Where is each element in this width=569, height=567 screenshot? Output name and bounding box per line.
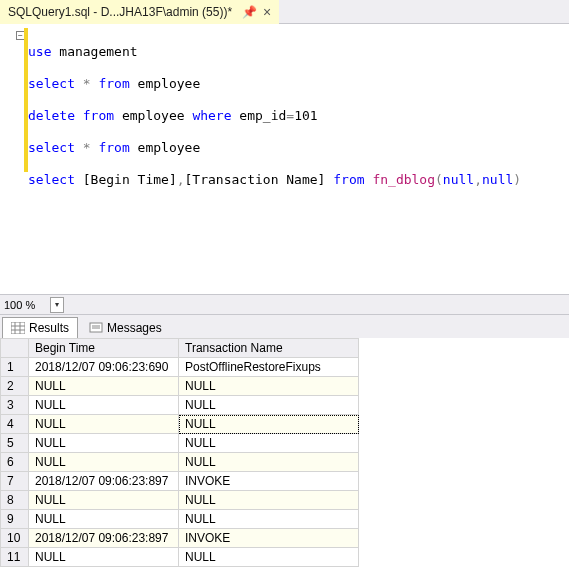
row-number[interactable]: 4 — [1, 415, 29, 434]
table-row[interactable]: 3NULLNULL — [1, 396, 359, 415]
cell-begin-time[interactable]: NULL — [29, 491, 179, 510]
grid-icon — [11, 322, 25, 334]
cell-transaction-name[interactable]: NULL — [179, 453, 359, 472]
cell-begin-time[interactable]: NULL — [29, 434, 179, 453]
row-number[interactable]: 6 — [1, 453, 29, 472]
row-header-corner[interactable] — [1, 339, 29, 358]
table-row[interactable]: 72018/12/07 09:06:23:897INVOKE — [1, 472, 359, 491]
cell-transaction-name[interactable]: NULL — [179, 415, 359, 434]
table-row[interactable]: 102018/12/07 09:06:23:897INVOKE — [1, 529, 359, 548]
cell-begin-time[interactable]: 2018/12/07 09:06:23:690 — [29, 358, 179, 377]
table-row[interactable]: 4NULLNULL — [1, 415, 359, 434]
pin-icon[interactable]: 📌 — [242, 5, 257, 19]
zoom-dropdown[interactable]: ▾ — [50, 297, 64, 313]
editor-gutter: − — [0, 28, 26, 290]
cell-begin-time[interactable]: 2018/12/07 09:06:23:897 — [29, 472, 179, 491]
cell-transaction-name[interactable]: NULL — [179, 396, 359, 415]
table-row[interactable]: 11NULLNULL — [1, 548, 359, 567]
cell-transaction-name[interactable]: NULL — [179, 377, 359, 396]
results-grid[interactable]: Begin Time Transaction Name 12018/12/07 … — [0, 338, 569, 567]
tab-results-label: Results — [29, 321, 69, 335]
table-row[interactable]: 5NULLNULL — [1, 434, 359, 453]
table-row[interactable]: 8NULLNULL — [1, 491, 359, 510]
row-number[interactable]: 7 — [1, 472, 29, 491]
row-number[interactable]: 11 — [1, 548, 29, 567]
cell-transaction-name[interactable]: NULL — [179, 548, 359, 567]
cell-begin-time[interactable]: NULL — [29, 415, 179, 434]
row-number[interactable]: 3 — [1, 396, 29, 415]
row-number[interactable]: 2 — [1, 377, 29, 396]
tab-bar: SQLQuery1.sql - D...JHA13F\admin (55))* … — [0, 0, 569, 24]
row-number[interactable]: 9 — [1, 510, 29, 529]
cell-transaction-name[interactable]: NULL — [179, 434, 359, 453]
col-header-begin-time[interactable]: Begin Time — [29, 339, 179, 358]
cell-begin-time[interactable]: 2018/12/07 09:06:23:897 — [29, 529, 179, 548]
messages-icon — [89, 322, 103, 334]
table-header-row: Begin Time Transaction Name — [1, 339, 359, 358]
row-number[interactable]: 10 — [1, 529, 29, 548]
table-row[interactable]: 2NULLNULL — [1, 377, 359, 396]
tab-messages[interactable]: Messages — [80, 317, 171, 338]
zoom-bar: 100 % ▾ — [0, 294, 569, 314]
cell-transaction-name[interactable]: INVOKE — [179, 472, 359, 491]
cell-transaction-name[interactable]: NULL — [179, 491, 359, 510]
cell-begin-time[interactable]: NULL — [29, 453, 179, 472]
row-number[interactable]: 1 — [1, 358, 29, 377]
table-row[interactable]: 6NULLNULL — [1, 453, 359, 472]
cell-transaction-name[interactable]: NULL — [179, 510, 359, 529]
tab-results[interactable]: Results — [2, 317, 78, 338]
document-tab[interactable]: SQLQuery1.sql - D...JHA13F\admin (55))* … — [0, 0, 279, 24]
cell-begin-time[interactable]: NULL — [29, 548, 179, 567]
col-header-transaction-name[interactable]: Transaction Name — [179, 339, 359, 358]
code-content[interactable]: use management select * from employee de… — [26, 28, 521, 290]
results-tab-bar: Results Messages — [0, 314, 569, 338]
cell-begin-time[interactable]: NULL — [29, 396, 179, 415]
close-icon[interactable]: × — [263, 5, 271, 19]
cell-transaction-name[interactable]: INVOKE — [179, 529, 359, 548]
svg-rect-0 — [11, 322, 25, 334]
cell-begin-time[interactable]: NULL — [29, 377, 179, 396]
change-marker — [24, 28, 28, 172]
table-row[interactable]: 9NULLNULL — [1, 510, 359, 529]
row-number[interactable]: 8 — [1, 491, 29, 510]
table-row[interactable]: 12018/12/07 09:06:23:690PostOfflineResto… — [1, 358, 359, 377]
zoom-value[interactable]: 100 % — [4, 299, 48, 311]
row-number[interactable]: 5 — [1, 434, 29, 453]
tab-title: SQLQuery1.sql - D...JHA13F\admin (55))* — [8, 5, 232, 19]
code-editor[interactable]: − use management select * from employee … — [0, 24, 569, 294]
cell-transaction-name[interactable]: PostOfflineRestoreFixups — [179, 358, 359, 377]
cell-begin-time[interactable]: NULL — [29, 510, 179, 529]
tab-messages-label: Messages — [107, 321, 162, 335]
